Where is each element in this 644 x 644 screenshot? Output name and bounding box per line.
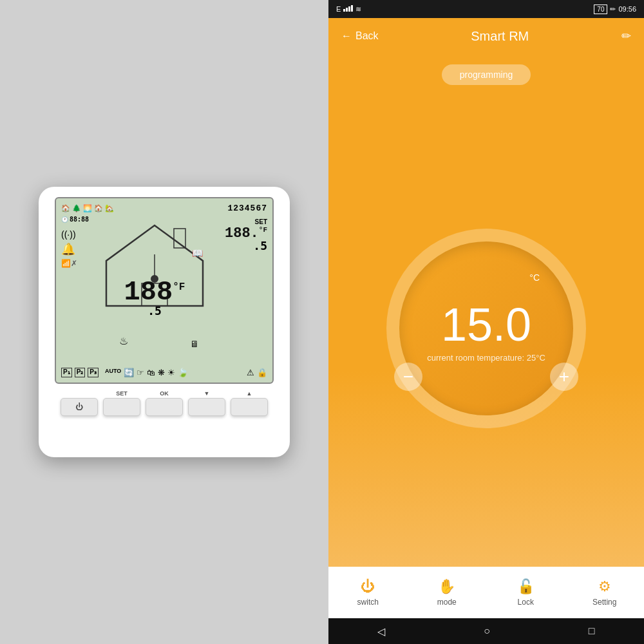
increase-temp-button[interactable]: + — [550, 363, 578, 391]
wifi-status-icon: ≋ — [355, 5, 361, 14]
app-header: ← Back Smart RM ✏ — [328, 18, 644, 54]
thermostat-circle-section: °C 15.0 current room temperature: 25°C −… — [328, 90, 644, 567]
android-back-button[interactable]: ◁ — [377, 625, 385, 638]
hand-icon: ☞ — [137, 368, 144, 377]
temp-unit-top: °C — [529, 272, 540, 283]
down-btn-label: ▼ — [204, 390, 210, 397]
programming-section: programming — [328, 64, 644, 85]
signal-icon: E — [336, 5, 341, 13]
back-arrow-icon: ← — [341, 30, 352, 42]
lcd-set-decimal: .5 — [253, 239, 267, 252]
ok-btn-label: OK — [160, 390, 169, 397]
lcd-bottom-left-icons: P₁ P₂ P₃ AUTO 🔄 ☞ 🛍 ❋ ☀ 🍃 — [61, 368, 188, 377]
lock-label: Lock — [518, 598, 534, 607]
up-button[interactable] — [231, 398, 268, 416]
android-nav-bar: ◁ ○ □ — [328, 618, 644, 644]
svg-rect-2 — [174, 229, 185, 248]
header-title: Smart RM — [471, 29, 529, 44]
bottom-nav: ⏻ switch ✋ mode 🔓 Lock ⚙ Setting — [328, 567, 644, 618]
clock-icon: 🕐 — [61, 216, 68, 223]
lcd-screen: 🏠 🌲 🌅 🏠 🏡 1234567 🕐 88:88 ((·)) — [55, 197, 274, 384]
preset-p3-icon: P₃ — [88, 368, 99, 377]
lock-icon: 🔒 — [257, 368, 267, 377]
scene-icon-1: 🏠 — [61, 204, 70, 213]
nav-switch[interactable]: ⏻ switch — [348, 578, 387, 607]
android-home-button[interactable]: ○ — [484, 625, 490, 637]
right-panel: E ≋ 70 ✏ 09:56 ← — [328, 0, 644, 644]
alarm-icon: 🔔 — [61, 242, 100, 256]
down-button[interactable] — [188, 398, 225, 416]
bag-icon: 🛍 — [147, 368, 155, 377]
warning-icon: ⚠ — [247, 368, 254, 377]
nav-lock[interactable]: 🔓 Lock — [506, 578, 545, 607]
status-left: E ≋ — [336, 5, 361, 14]
status-bar: E ≋ 70 ✏ 09:56 — [328, 0, 644, 18]
back-label: Back — [355, 30, 379, 42]
ok-button[interactable] — [146, 398, 183, 416]
main-temperature: 15.0 — [441, 301, 531, 348]
desk-icon: 🖥 — [190, 339, 199, 349]
auto-icon: 🔄 — [124, 368, 134, 377]
inner-circle: °C 15.0 current room temperature: 25°C — [399, 242, 573, 415]
lcd-big-temp: 188°F — [124, 277, 185, 308]
room-temp-label: current room temperature: 25°C — [427, 353, 545, 363]
switch-label: switch — [357, 598, 379, 607]
lcd-bottom-right-icons: ⚠ 🔒 — [247, 368, 267, 377]
cell-signal-icon — [343, 5, 353, 13]
scene-icon-5: 🏡 — [105, 204, 114, 213]
switch-icon: ⏻ — [361, 578, 375, 595]
back-button[interactable]: ← Back — [341, 30, 379, 42]
set-btn-label: SET — [116, 390, 128, 397]
wifi-icon: ((·)) — [61, 229, 100, 240]
phone-screen: E ≋ 70 ✏ 09:56 ← — [328, 0, 644, 618]
mode-label: mode — [437, 598, 457, 607]
sun-icon: ❋ — [158, 368, 165, 377]
edit-button[interactable]: ✏ — [621, 29, 631, 43]
battery-icon: 70 — [594, 5, 607, 14]
set-button[interactable] — [103, 398, 140, 416]
lcd-program-numbers: 1234567 — [227, 204, 267, 213]
setting-icon: ⚙ — [598, 578, 611, 595]
edit-status-icon: ✏ — [610, 5, 616, 14]
android-recents-button[interactable]: □ — [589, 625, 595, 637]
preset-p2-icon: P₂ — [75, 368, 86, 377]
scene-icon-4: 🏠 — [94, 204, 103, 213]
lcd-set-label: SET — [255, 218, 267, 225]
nav-setting[interactable]: ⚙ Setting — [585, 578, 624, 607]
wifi-x-icon: 📶✗ — [61, 259, 100, 268]
set-unit: °F — [259, 226, 267, 234]
heating-icon: ♨ — [119, 335, 128, 347]
status-right: 70 ✏ 09:56 — [594, 5, 636, 14]
setting-label: Setting — [592, 598, 616, 607]
clock-section: 🕐 88:88 — [61, 216, 100, 223]
leaf-icon: 🍃 — [178, 368, 188, 377]
mode-icon: ✋ — [438, 578, 455, 595]
book-icon: 📖 — [192, 248, 203, 258]
programming-button[interactable]: programming — [442, 64, 531, 85]
left-panel: 🏠 🌲 🌅 🏠 🏡 1234567 🕐 88:88 ((·)) — [0, 0, 328, 644]
lock-nav-icon: 🔓 — [517, 578, 535, 595]
thermostat-device: 🏠 🌲 🌅 🏠 🏡 1234567 🕐 88:88 ((·)) — [39, 187, 290, 457]
lcd-clock-display: 88:88 — [70, 216, 89, 223]
decrease-temp-button[interactable]: − — [394, 363, 422, 391]
auto-label: AUTO — [105, 368, 121, 377]
power-button[interactable]: ⏻ — [61, 398, 98, 416]
hardware-buttons: ⏻ SET OK ▼ ▲ — [61, 390, 268, 416]
lcd-top-icons: 🏠 🌲 🌅 🏠 🏡 — [61, 204, 114, 213]
up-btn-label: ▲ — [247, 390, 252, 397]
scene-icon-3: 🌅 — [83, 204, 92, 213]
time-display: 09:56 — [618, 5, 636, 13]
nav-mode[interactable]: ✋ mode — [428, 578, 466, 607]
scene-icon-2: 🌲 — [72, 204, 81, 213]
sun2-icon: ☀ — [167, 368, 175, 377]
outer-ring: °C 15.0 current room temperature: 25°C −… — [386, 229, 586, 428]
preset-p1-icon: P₁ — [61, 368, 72, 377]
